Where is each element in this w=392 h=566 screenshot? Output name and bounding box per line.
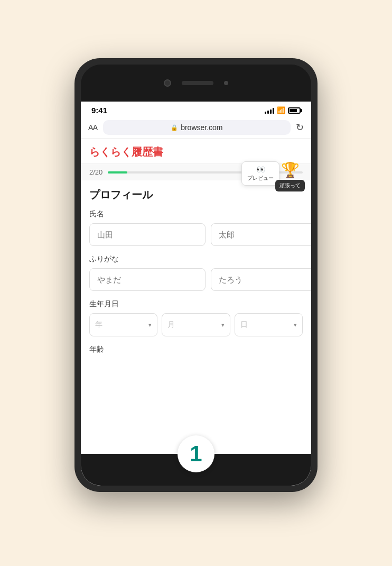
day-chevron-icon: ▾ [294,322,297,328]
status-bar: 9:41 📶 [81,102,311,117]
first-name-furigana-input[interactable] [211,268,311,291]
day-placeholder: 日 [240,320,248,330]
front-camera [164,79,171,87]
progress-fill [108,171,127,174]
address-bar: AA 🔒 browser.com ↻ [81,117,311,139]
mascot-area: 🏆 頑張って [275,161,305,191]
web-content: らくらく履歴書 2/20 👀 プレビュー [81,139,311,486]
year-placeholder: 年 [95,320,102,330]
mascot-bubble: 頑張って [275,180,305,191]
lock-icon: 🔒 [171,124,178,131]
signal-icon [265,107,274,114]
form-content: プロフィール 氏名 ふりがな 生年月日 [81,180,311,362]
bottom-badge-area: 1 [81,454,311,486]
month-select[interactable]: 月 ▾ [162,313,230,336]
dob-select-row: 年 ▾ 月 ▾ 日 ▾ [89,313,303,336]
section-title: プロフィール [89,188,303,202]
day-select[interactable]: 日 ▾ [235,313,303,336]
aa-label[interactable]: AA [88,123,98,132]
year-select[interactable]: 年 ▾ [89,313,157,336]
month-placeholder: 月 [167,320,175,330]
battery-icon [288,107,301,114]
field-label-name: 氏名 [89,209,303,219]
phone-screen: 9:41 📶 AA 🔒 [81,102,311,486]
phone-device: 9:41 📶 AA 🔒 [74,58,318,492]
field-label-furigana: ふりがな [89,254,303,264]
mascot-icon: 🏆 [281,161,300,179]
step-badge: 1 [178,435,214,472]
site-header: らくらく履歴書 [81,139,311,164]
progress-section: 2/20 👀 プレビュー 🏆 頑張って [81,164,311,180]
site-logo: らくらく履歴書 [89,145,303,159]
preview-label: プレビュー [247,175,274,182]
preview-eyes-icon: 👀 [256,165,265,174]
progress-label: 2/20 [89,168,102,176]
month-chevron-icon: ▾ [221,322,225,328]
furigana-input-row [89,268,303,291]
field-label-age: 年齢 [89,345,303,354]
status-icons: 📶 [265,106,301,114]
phone-inner: 9:41 📶 AA 🔒 [81,65,311,486]
first-name-input[interactable] [211,223,311,246]
year-chevron-icon: ▾ [148,322,152,328]
badge-number: 1 [190,443,202,465]
url-bar[interactable]: 🔒 browser.com [103,120,291,135]
url-text: browser.com [181,123,222,132]
phone-top-bezel [81,65,311,102]
wifi-icon: 📶 [277,106,285,114]
status-time: 9:41 [91,106,107,115]
preview-button-area: 👀 プレビュー [241,161,279,186]
field-label-dob: 生年月日 [89,299,303,309]
preview-button[interactable]: 👀 プレビュー [241,161,279,186]
name-input-row [89,223,303,246]
refresh-icon[interactable]: ↻ [296,122,304,133]
speaker-grille [182,81,213,85]
last-name-input[interactable] [89,223,206,246]
sensor-dot [224,81,228,85]
last-name-furigana-input[interactable] [89,268,206,291]
